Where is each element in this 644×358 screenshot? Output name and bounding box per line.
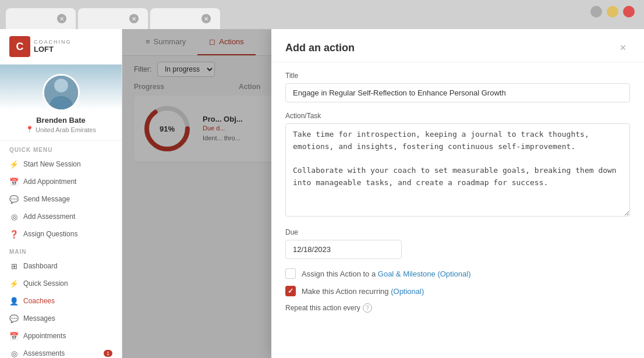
assessments-badge: 1	[104, 350, 112, 357]
location-pin-icon: 📍	[26, 126, 34, 133]
window-controls	[590, 6, 635, 17]
profile-location: 📍 United Arab Emirates	[26, 126, 96, 133]
logo-sub: LOFT	[34, 45, 72, 54]
recurring-checkbox-row: ✓ Make this Action recurring (Optional)	[285, 286, 630, 296]
sidebar: C COACHING LOFT Brenden Bate 📍 Unite	[0, 29, 122, 358]
tab-close-1[interactable]: ✕	[57, 14, 66, 23]
avatar-svg	[44, 74, 78, 109]
title-field-group: Title	[285, 72, 630, 102]
goal-checkbox-row: Assign this Action to a Goal & Milestone…	[285, 268, 630, 279]
recurring-checkbox-label: Make this Action recurring (Optional)	[302, 287, 424, 296]
sidebar-item-assign-questions[interactable]: ❓ Assign Questions	[0, 225, 122, 243]
modal-body: Title Action/Task Due Assign this Action…	[271, 62, 644, 358]
browser-tab-1[interactable]: ✕	[6, 8, 76, 29]
sidebar-logo: C COACHING LOFT	[0, 29, 122, 65]
tab-close-3[interactable]: ✕	[201, 14, 211, 23]
repeat-info-icon[interactable]: ?	[363, 303, 372, 313]
sidebar-item-send-message[interactable]: 💬 Send Message	[0, 190, 122, 208]
main-content: ≡ Summary ◻ Actions Filter: In progress …	[122, 29, 644, 358]
due-input[interactable]	[285, 240, 402, 259]
sidebar-item-add-appointment[interactable]: 📅 Add Appointment	[0, 173, 122, 190]
avatar-image	[44, 76, 78, 109]
sidebar-item-start-new-session[interactable]: ⚡ Start New Session	[0, 155, 122, 173]
logo-icon: C	[9, 36, 30, 57]
sidebar-item-coachees[interactable]: 👤 Coachees	[0, 292, 122, 310]
assessment-icon: ◎	[9, 212, 19, 221]
svg-point-1	[54, 79, 68, 93]
sidebar-item-appointments[interactable]: 📅 Appointments	[0, 327, 122, 345]
add-action-modal: Add an action × Title Action/Task Due	[271, 29, 644, 358]
repeat-row: Repeat this action every ?	[285, 303, 630, 313]
recurring-checkbox[interactable]: ✓	[285, 286, 296, 296]
goal-checkbox[interactable]	[285, 268, 296, 279]
goal-checkbox-label: Assign this Action to a Goal & Milestone…	[302, 270, 470, 278]
quick-session-icon: ⚡	[9, 279, 19, 288]
sidebar-item-add-assessment[interactable]: ◎ Add Assessment	[0, 208, 122, 225]
calendar-icon: 📅	[9, 177, 19, 186]
browser-tab-2[interactable]: ✕	[78, 8, 148, 29]
minimize-button[interactable]	[590, 6, 602, 17]
quick-menu-label: QUICK MENU	[0, 141, 122, 155]
messages-icon: 💬	[9, 314, 19, 323]
lightning-icon: ⚡	[9, 159, 19, 169]
task-textarea[interactable]	[285, 123, 630, 217]
coachees-icon: 👤	[9, 296, 19, 306]
check-mark-icon: ✓	[288, 287, 293, 295]
browser-chrome: ✕ ✕ ✕	[0, 0, 644, 29]
tab-close-2[interactable]: ✕	[129, 14, 139, 23]
main-menu-label: MAIN	[0, 243, 122, 257]
appointments-icon: 📅	[9, 331, 19, 341]
sidebar-item-quick-session[interactable]: ⚡ Quick Session	[0, 275, 122, 292]
assessments-icon: ◎	[9, 349, 19, 358]
dashboard-icon: ⊞	[9, 261, 19, 271]
message-icon: 💬	[9, 194, 19, 204]
sidebar-item-assessments[interactable]: ◎ Assessments 1	[0, 345, 122, 358]
modal-close-button[interactable]: ×	[616, 41, 630, 55]
due-field-group: Due	[285, 228, 630, 259]
sidebar-item-dashboard[interactable]: ⊞ Dashboard	[0, 257, 122, 275]
title-field-label: Title	[285, 72, 630, 80]
logo-brand: COACHING	[34, 39, 72, 45]
task-field-group: Action/Task	[285, 112, 630, 219]
task-field-label: Action/Task	[285, 112, 630, 120]
close-button[interactable]	[623, 6, 635, 17]
question-icon: ❓	[9, 229, 19, 239]
title-input[interactable]	[285, 83, 630, 102]
profile-name: Brenden Bate	[36, 116, 86, 125]
maximize-button[interactable]	[607, 6, 618, 17]
modal-header: Add an action ×	[271, 29, 644, 62]
modal-title: Add an action	[285, 42, 355, 54]
repeat-label: Repeat this action every ?	[285, 303, 372, 313]
logo-text-block: COACHING LOFT	[34, 39, 72, 54]
app-wrapper: C COACHING LOFT Brenden Bate 📍 Unite	[0, 29, 644, 358]
avatar	[43, 74, 80, 111]
profile-section: Brenden Bate 📍 United Arab Emirates	[0, 65, 122, 141]
due-field-label: Due	[285, 228, 630, 236]
sidebar-item-messages[interactable]: 💬 Messages	[0, 310, 122, 327]
browser-tab-3[interactable]: ✕	[150, 8, 220, 29]
